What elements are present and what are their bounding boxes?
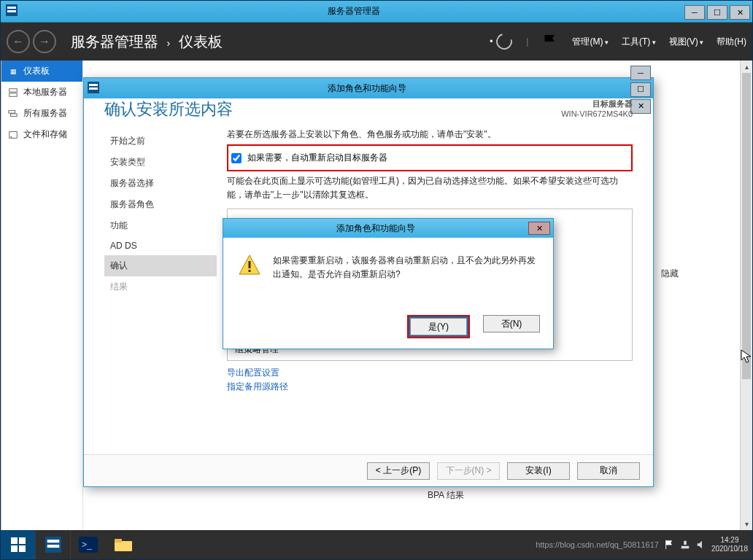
app-window: 服务器管理器 ─ ☐ ✕ ← → 服务器管理器 › 仪表板 • | 管理(M) … — [0, 0, 753, 560]
step-adds[interactable]: AD DS — [104, 236, 217, 255]
wizard-close[interactable]: ✕ — [630, 99, 651, 114]
server-icon — [7, 87, 19, 98]
clock[interactable]: 14:29 2020/10/18 — [711, 536, 748, 553]
confirm-restart-dialog: 添加角色和功能向导 ✕ 如果需要重新启动，该服务器将自动重新启动，且不会为此另外… — [223, 218, 554, 349]
export-link[interactable]: 导出配置设置 — [227, 367, 633, 379]
yes-highlight: 是(Y) — [407, 315, 470, 338]
date-text: 2020/10/18 — [711, 545, 748, 553]
svg-rect-25 — [115, 539, 122, 542]
sidebar-item-files[interactable]: 文件和存储 — [1, 124, 82, 145]
hide-link[interactable]: 隐藏 — [661, 268, 679, 280]
breadcrumb: 服务器管理器 › 仪表板 — [71, 32, 223, 52]
scroll-up-icon[interactable]: ▴ — [741, 61, 752, 73]
tray-volume-icon[interactable] — [695, 539, 707, 551]
warning-icon — [238, 254, 261, 281]
server-manager-header: ← → 服务器管理器 › 仪表板 • | 管理(M) 工具(T) 视图(V) 帮… — [1, 23, 752, 61]
prev-button[interactable]: < 上一步(P) — [367, 462, 430, 480]
menu-view[interactable]: 视图(V) — [669, 36, 704, 48]
bpa-label: BPA 结果 — [428, 489, 464, 502]
svg-rect-4 — [9, 93, 18, 96]
msgbox-close-button[interactable]: ✕ — [528, 222, 550, 235]
servers-icon — [7, 108, 19, 120]
scroll-down-icon[interactable]: ▾ — [741, 518, 752, 530]
dashboard-icon: ▦ — [7, 66, 19, 77]
system-tray: https://blog.csdn.net/qq_50811617 14:29 … — [536, 536, 752, 553]
sidebar-item-local[interactable]: 本地服务器 — [1, 82, 82, 103]
refresh-dropdown[interactable]: • — [490, 33, 513, 50]
svg-rect-15 — [11, 537, 18, 544]
auto-restart-checkbox[interactable] — [231, 153, 242, 163]
yes-button[interactable]: 是(Y) — [410, 318, 467, 335]
sidebar-item-label: 文件和存储 — [23, 128, 67, 141]
wizard-intro: 若要在所选服务器上安装以下角色、角色服务或功能，请单击"安装"。 — [227, 128, 633, 141]
taskbar-powershell[interactable]: >_ — [71, 530, 106, 559]
svg-rect-5 — [9, 110, 15, 113]
svg-rect-1 — [7, 7, 16, 9]
svg-rect-7 — [9, 131, 18, 138]
sidebar-item-label: 本地服务器 — [23, 86, 67, 98]
no-button[interactable]: 否(N) — [483, 315, 540, 332]
next-button: 下一步(N) > — [437, 462, 500, 480]
outer-titlebar[interactable]: 服务器管理器 ─ ☐ ✕ — [1, 1, 752, 23]
svg-text:>_: >_ — [82, 540, 92, 550]
svg-rect-17 — [11, 545, 18, 552]
window-title: 服务器管理器 — [23, 5, 684, 18]
step-before[interactable]: 开始之前 — [104, 131, 217, 152]
back-button[interactable]: ← — [7, 30, 30, 53]
refresh-icon — [495, 33, 513, 50]
wizard-heading: 确认安装所选内容 — [104, 98, 561, 120]
wizard-minimize[interactable]: ─ — [630, 66, 651, 80]
sidebar-item-all[interactable]: 所有服务器 — [1, 103, 82, 124]
tray-flag-icon[interactable] — [663, 539, 675, 551]
minimize-button[interactable]: ─ — [684, 5, 705, 20]
svg-rect-3 — [9, 88, 18, 91]
install-button[interactable]: 安装(I) — [507, 462, 570, 480]
step-features[interactable]: 功能 — [104, 215, 217, 236]
auto-restart-row[interactable]: 如果需要，自动重新启动目标服务器 — [227, 144, 633, 171]
wizard-titlebar[interactable]: 添加角色和功能向导 ─ ☐ ✕ — [84, 78, 653, 98]
step-result: 结果 — [104, 276, 217, 298]
svg-rect-13 — [249, 261, 251, 268]
menu-manage[interactable]: 管理(M) — [572, 36, 609, 48]
scroll-thumb[interactable] — [742, 73, 751, 379]
wizard-footer: < 上一步(P) 下一步(N) > 安装(I) 取消 — [84, 454, 653, 486]
step-serversel[interactable]: 服务器选择 — [104, 173, 217, 194]
menu-help[interactable]: 帮助(H) — [717, 36, 746, 48]
alt-source-link[interactable]: 指定备用源路径 — [227, 381, 633, 393]
maximize-button[interactable]: ☐ — [707, 5, 727, 20]
scrollbar[interactable]: ▴ ▾ — [740, 61, 752, 530]
time-text: 14:29 — [711, 536, 748, 545]
msgbox-text: 如果需要重新启动，该服务器将自动重新启动，且不会为此另外再发出通知。是否允许自动… — [273, 254, 538, 281]
msgbox-titlebar[interactable]: 添加角色和功能向导 ✕ — [223, 219, 553, 238]
start-button[interactable] — [1, 530, 36, 559]
taskbar-explorer[interactable] — [106, 530, 141, 559]
step-type[interactable]: 安装类型 — [104, 152, 217, 173]
wizard-maximize[interactable]: ☐ — [630, 82, 651, 97]
svg-rect-24 — [115, 541, 132, 551]
auto-restart-label: 如果需要，自动重新启动目标服务器 — [247, 152, 387, 164]
menu-tools[interactable]: 工具(T) — [622, 36, 656, 48]
step-confirm[interactable]: 确认 — [104, 255, 217, 276]
sidebar-item-dashboard[interactable]: ▦ 仪表板 — [1, 61, 82, 82]
forward-button[interactable]: → — [33, 30, 56, 53]
svg-rect-27 — [684, 541, 687, 545]
crumb-page[interactable]: 仪表板 — [179, 34, 223, 50]
app-icon — [1, 4, 23, 18]
cancel-button[interactable]: 取消 — [577, 462, 640, 480]
crumb-app[interactable]: 服务器管理器 — [71, 34, 158, 50]
svg-rect-14 — [249, 270, 251, 272]
tray-network-icon[interactable] — [679, 539, 691, 551]
step-serverrole[interactable]: 服务器角色 — [104, 194, 217, 215]
svg-rect-2 — [7, 10, 16, 12]
svg-point-8 — [11, 136, 12, 137]
flag-icon[interactable] — [541, 33, 559, 50]
wizard-note: 可能会在此页面上显示可选功能(如管理工具)，因为已自动选择这些功能。如果不希望安… — [227, 174, 633, 202]
svg-rect-20 — [47, 540, 59, 542]
taskbar-server-manager[interactable] — [36, 530, 71, 559]
svg-rect-6 — [11, 114, 18, 117]
taskbar: >_ https://blog.csdn.net/qq_50811617 14:… — [1, 530, 752, 559]
close-button[interactable]: ✕ — [730, 5, 750, 20]
storage-icon — [7, 129, 19, 141]
svg-rect-16 — [19, 537, 26, 544]
svg-rect-18 — [19, 545, 26, 552]
